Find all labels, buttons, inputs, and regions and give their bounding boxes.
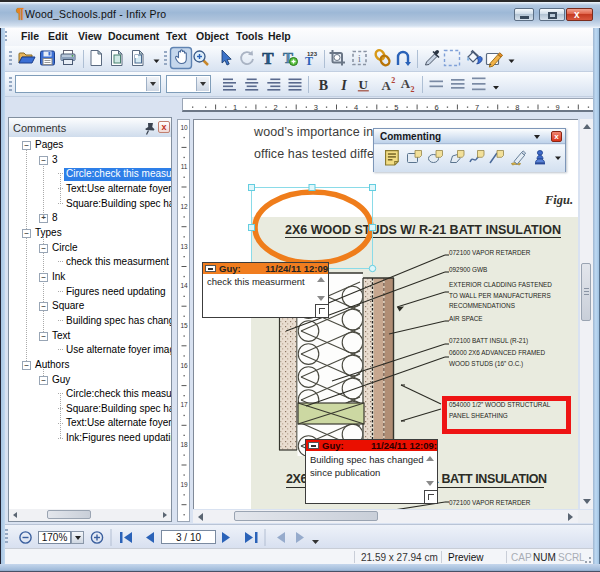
svg-text:14: 14: [180, 282, 188, 289]
svg-text:17: 17: [180, 401, 188, 408]
svg-text:A: A: [382, 78, 392, 93]
svg-text:15: 15: [180, 322, 188, 329]
svg-text:11: 11: [181, 163, 188, 170]
svg-text:9: 9: [556, 103, 560, 112]
svg-text:10: 10: [180, 124, 188, 131]
svg-text:8: 8: [515, 103, 519, 112]
svg-text:19: 19: [180, 481, 188, 488]
svg-text:B: B: [319, 78, 328, 93]
svg-text:1: 1: [233, 103, 237, 112]
svg-text:5: 5: [394, 103, 398, 112]
svg-text:T: T: [262, 49, 274, 68]
svg-text:2: 2: [273, 103, 277, 112]
svg-text:7: 7: [475, 103, 479, 112]
svg-text:3: 3: [314, 103, 318, 112]
svg-text:2: 2: [411, 85, 415, 94]
svg-text:U: U: [359, 77, 369, 92]
svg-text:12: 12: [180, 203, 188, 210]
svg-text:16: 16: [180, 362, 188, 369]
svg-text:A: A: [401, 76, 411, 91]
svg-text:13: 13: [180, 243, 188, 250]
svg-text:2: 2: [391, 76, 395, 85]
svg-text:18: 18: [180, 441, 188, 448]
svg-text:6: 6: [435, 103, 439, 112]
svg-text:123: 123: [307, 51, 318, 57]
svg-text:I: I: [340, 78, 347, 93]
svg-text:4: 4: [354, 103, 358, 112]
svg-text:i: i: [358, 53, 361, 64]
